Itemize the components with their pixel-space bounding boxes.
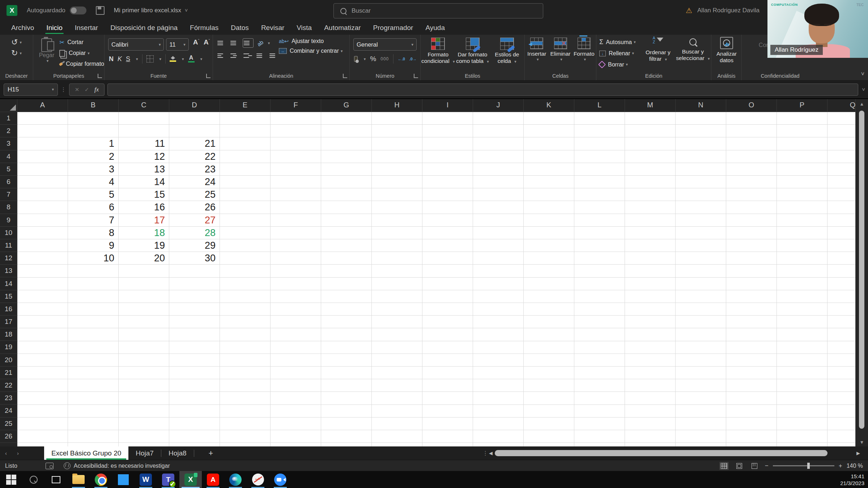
decrease-indent-icon[interactable] <box>256 51 266 60</box>
row-header-4[interactable]: 4 <box>0 150 17 163</box>
column-header-J[interactable]: J <box>473 98 524 112</box>
cell-B4[interactable]: 2 <box>68 150 119 163</box>
wrap-text-button[interactable]: ab↩Ajustar texto <box>279 38 349 44</box>
cell-C6[interactable]: 14 <box>119 176 169 188</box>
row-header-20[interactable]: 20 <box>0 354 17 367</box>
column-header-L[interactable]: L <box>574 98 625 112</box>
cell-D3[interactable]: 21 <box>169 137 220 150</box>
zoom-slider-thumb[interactable] <box>807 463 810 469</box>
chrome-button[interactable] <box>90 471 112 488</box>
cell-C5[interactable]: 13 <box>119 163 169 176</box>
row-header-16[interactable]: 16 <box>0 303 17 316</box>
align-left-icon[interactable] <box>217 51 227 60</box>
sort-filter-button[interactable]: AZ Ordenar yfiltrar ▾ <box>643 37 673 63</box>
vertical-scroll-thumb[interactable] <box>859 111 864 429</box>
zoom-out-button[interactable]: − <box>765 462 769 470</box>
align-bottom-icon[interactable] <box>243 38 254 48</box>
zoom-level[interactable]: 140 % <box>847 463 863 469</box>
row-header-5[interactable]: 5 <box>0 163 17 176</box>
add-sheet-button[interactable]: + <box>194 449 228 458</box>
row-header-23[interactable]: 23 <box>0 392 17 404</box>
scroll-up-icon[interactable]: ▲ <box>856 101 868 107</box>
autosave-toggle[interactable] <box>70 7 86 14</box>
save-icon[interactable] <box>96 6 105 15</box>
increase-decimal-button[interactable]: ←.0 <box>398 57 405 61</box>
cell-C8[interactable]: 16 <box>119 201 169 214</box>
row-header-21[interactable]: 21 <box>0 367 17 379</box>
tab-ayuda[interactable]: Ayuda <box>419 21 451 35</box>
row-header-7[interactable]: 7 <box>0 188 17 201</box>
task-view-button[interactable] <box>45 471 67 488</box>
zoom-slider[interactable] <box>773 465 834 466</box>
cell-D12[interactable]: 30 <box>169 252 220 265</box>
name-box[interactable]: H15▾ <box>4 84 58 96</box>
cell-styles-button[interactable]: Estilos decelda ▾ <box>490 38 524 65</box>
vertical-scrollbar[interactable]: ▲ ▼ <box>855 98 868 446</box>
prev-sheet-icon[interactable]: ‹ <box>0 450 12 456</box>
autosum-button[interactable]: ΣAutosuma▾ <box>599 38 636 47</box>
row-header-15[interactable]: 15 <box>0 290 17 303</box>
cut-button[interactable]: ✂Cortar <box>59 38 104 47</box>
tab-scroll-splitter[interactable]: ⋮ <box>482 450 488 457</box>
cell-C7[interactable]: 15 <box>119 188 169 201</box>
start-button[interactable] <box>0 471 22 488</box>
file-explorer-button[interactable] <box>67 471 90 488</box>
column-header-E[interactable]: E <box>220 98 271 112</box>
taskbar-search-button[interactable] <box>22 471 45 488</box>
warning-icon[interactable]: ⚠ <box>686 6 692 15</box>
row-header-6[interactable]: 6 <box>0 176 17 188</box>
row-header-24[interactable]: 24 <box>0 404 17 417</box>
tab-programador[interactable]: Programador <box>367 21 420 35</box>
tab-disposicion[interactable]: Disposición de página <box>104 21 184 35</box>
edge-button[interactable] <box>224 471 247 488</box>
collapse-ribbon-icon[interactable]: ˅ <box>861 71 864 77</box>
cell-D6[interactable]: 24 <box>169 176 220 188</box>
cell-D11[interactable]: 29 <box>169 239 220 252</box>
scroll-down-icon[interactable]: ▼ <box>856 440 868 445</box>
format-cells-button[interactable]: Formato▾ <box>573 38 596 62</box>
cell-C3[interactable]: 11 <box>119 137 169 150</box>
row-header-19[interactable]: 19 <box>0 341 17 354</box>
normal-view-icon[interactable] <box>719 462 729 470</box>
cell-C10[interactable]: 18 <box>119 227 169 239</box>
align-top-icon[interactable] <box>217 39 227 47</box>
copy-button[interactable]: Copiar▾ <box>59 48 104 58</box>
cell-B12[interactable]: 10 <box>68 252 119 265</box>
search-input[interactable]: Buscar <box>333 3 543 18</box>
increase-font-button[interactable]: Aˆ <box>193 38 199 51</box>
column-header-K[interactable]: K <box>524 98 574 112</box>
row-header-25[interactable]: 25 <box>0 418 17 430</box>
row-header-22[interactable]: 22 <box>0 379 17 392</box>
align-right-icon[interactable] <box>243 51 253 60</box>
redo-button[interactable]: ↻▾ <box>11 48 22 59</box>
cell-C9[interactable]: 17 <box>119 214 169 227</box>
cell-D8[interactable]: 26 <box>169 201 220 214</box>
document-title[interactable]: Mi primer libro excel.xlsx˅ <box>114 7 188 14</box>
tab-insertar[interactable]: Insertar <box>69 21 104 35</box>
row-header-8[interactable]: 8 <box>0 201 17 214</box>
excel-taskbar-button[interactable]: X <box>179 471 202 488</box>
insert-cells-button[interactable]: ◀ Insertar▾ <box>525 38 548 62</box>
sheet-tab-hoja8[interactable]: Hoja8 <box>161 446 194 460</box>
row-header-12[interactable]: 12 <box>0 252 17 265</box>
page-layout-view-icon[interactable] <box>735 462 744 470</box>
undo-button[interactable]: ↺▾ <box>11 37 22 48</box>
taskbar-clock[interactable]: 15:41 21/3/2023 <box>840 473 864 487</box>
row-header-18[interactable]: 18 <box>0 328 17 341</box>
column-header-H[interactable]: H <box>372 98 422 112</box>
teams-button[interactable]: T✓ <box>157 471 179 488</box>
formula-input[interactable] <box>107 84 858 96</box>
tab-revisar[interactable]: Revisar <box>255 21 290 35</box>
column-header-Q[interactable]: Q <box>827 98 855 112</box>
merge-center-button[interactable]: ↔Combinar y centrar▾ <box>279 48 349 54</box>
cell-D9[interactable]: 27 <box>169 214 220 227</box>
column-header-N[interactable]: N <box>676 98 726 112</box>
row-header-9[interactable]: 9 <box>0 214 17 227</box>
tab-automatizar[interactable]: Automatizar <box>318 21 367 35</box>
increase-indent-icon[interactable] <box>269 51 279 60</box>
column-header-A[interactable]: A <box>17 98 68 112</box>
format-as-table-button[interactable]: Dar formatocomo tabla ▾ <box>456 38 490 65</box>
italic-button[interactable]: K <box>118 55 122 63</box>
vscode-button[interactable] <box>112 471 135 488</box>
row-header-27[interactable]: 27 <box>0 443 17 446</box>
